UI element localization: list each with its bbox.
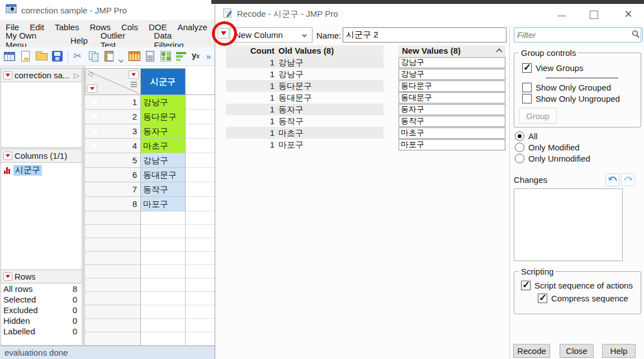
table-row[interactable]: 6동대문구 bbox=[85, 168, 215, 182]
table-row[interactable]: 4마초구 bbox=[85, 139, 215, 153]
new-value-input[interactable] bbox=[399, 69, 505, 80]
menu-item-rows[interactable]: Rows bbox=[89, 22, 111, 32]
radio-only-unmodified[interactable]: Only Unmodified bbox=[515, 154, 590, 163]
recode-row[interactable]: 1강남구 bbox=[226, 56, 505, 68]
new-value-input[interactable] bbox=[399, 81, 505, 92]
checkbox-checked-icon[interactable] bbox=[538, 294, 547, 303]
view-groups-checkbox[interactable]: View Groups bbox=[522, 63, 641, 73]
target-column-dropdown[interactable]: New Column bbox=[230, 27, 312, 42]
menu-item-help[interactable]: Help bbox=[70, 36, 88, 45]
changes-listbox[interactable] bbox=[514, 188, 623, 261]
recode-button[interactable]: Recode bbox=[513, 344, 550, 358]
script-sequence-checkbox[interactable]: Script sequence of actions bbox=[521, 281, 641, 290]
group-button-disabled[interactable]: Group bbox=[519, 108, 557, 124]
count-header[interactable]: Count bbox=[226, 45, 274, 56]
cut-icon[interactable]: ✂ bbox=[72, 50, 85, 63]
new-value-input[interactable] bbox=[399, 57, 505, 68]
bar-graph-icon[interactable] bbox=[175, 50, 188, 63]
compress-sequence-checkbox[interactable]: Compress sequence bbox=[538, 294, 641, 303]
recode-row[interactable]: 1강낭구 bbox=[226, 68, 505, 80]
red-triangle-menu-icon[interactable] bbox=[3, 272, 12, 281]
recode-row[interactable]: 1동대문구 bbox=[226, 92, 505, 103]
recode-red-triangle-menu[interactable] bbox=[217, 28, 229, 39]
recode-row[interactable]: 1마포구 bbox=[226, 139, 505, 150]
checkbox-unchecked-icon[interactable] bbox=[522, 83, 532, 92]
filter-input[interactable] bbox=[514, 29, 631, 41]
redo-button[interactable] bbox=[621, 173, 635, 186]
checkbox-checked-icon[interactable] bbox=[522, 63, 532, 73]
new-value-input[interactable] bbox=[399, 127, 505, 139]
open-file-icon[interactable] bbox=[35, 50, 49, 63]
formula-yx-icon[interactable]: yx bbox=[191, 50, 204, 63]
table-row[interactable]: 8마포구 bbox=[85, 197, 215, 211]
data-table-grid-icon[interactable] bbox=[128, 50, 141, 63]
radio-selected-icon[interactable] bbox=[515, 131, 524, 141]
recode-row[interactable]: 1동자구 bbox=[226, 103, 505, 115]
table-row[interactable]: 2동다문구 bbox=[85, 110, 215, 124]
show-only-grouped-checkbox[interactable]: Show Only Grouped bbox=[522, 83, 641, 92]
new-value-input[interactable] bbox=[399, 139, 505, 150]
panel-divider bbox=[509, 26, 510, 359]
window-layout-icon[interactable] bbox=[159, 50, 173, 63]
menu-item-doe[interactable]: DOE bbox=[149, 22, 167, 32]
toolbar-overflow-chevron-icon[interactable] bbox=[117, 50, 124, 63]
undo-button[interactable] bbox=[605, 173, 619, 186]
columns-red-triangle-icon[interactable] bbox=[129, 70, 139, 79]
close-button[interactable]: × bbox=[621, 7, 636, 21]
menu-bar-row2: My Own Menu Help Outlier Test Data Filte… bbox=[0, 34, 215, 47]
recode-row[interactable]: 1동작구 bbox=[226, 115, 505, 127]
toolbar: ✂ yx » bbox=[0, 47, 215, 66]
new-script-icon[interactable] bbox=[20, 50, 33, 63]
checkbox-checked-icon[interactable] bbox=[521, 281, 531, 290]
help-button[interactable]: Help bbox=[602, 344, 636, 358]
paste-icon[interactable] bbox=[103, 50, 116, 63]
old-values-header[interactable]: Old Values (8) bbox=[274, 45, 334, 56]
rows-red-triangle-icon[interactable] bbox=[87, 84, 97, 93]
radio-unselected-icon[interactable] bbox=[515, 154, 524, 163]
table-row[interactable]: 1강낭구 bbox=[85, 95, 215, 110]
close-dialog-button[interactable]: Close bbox=[560, 344, 594, 358]
rows-stat: Selected0 bbox=[1, 294, 82, 305]
save-icon[interactable] bbox=[51, 50, 64, 63]
window-title: Recode - 시군구 - JMP Pro bbox=[237, 9, 338, 20]
show-only-ungrouped-checkbox[interactable]: Show Only Ungrouped bbox=[522, 94, 641, 103]
table-row[interactable]: 3동자구 bbox=[85, 124, 215, 139]
checkbox-unchecked-icon[interactable] bbox=[522, 94, 532, 103]
copy-icon[interactable] bbox=[87, 50, 101, 63]
new-value-input[interactable] bbox=[399, 92, 505, 103]
table-panel-body bbox=[1, 82, 82, 148]
new-value-input[interactable] bbox=[399, 104, 505, 115]
recode-row[interactable]: 1동다문구 bbox=[226, 80, 505, 92]
menu-item-analyze[interactable]: Analyze bbox=[177, 22, 207, 32]
radio-all[interactable]: All bbox=[515, 131, 590, 141]
new-value-input[interactable] bbox=[399, 116, 505, 127]
grid-empty-rows[interactable] bbox=[85, 211, 215, 346]
radio-unselected-icon[interactable] bbox=[515, 143, 524, 152]
menu-item-tables[interactable]: Tables bbox=[55, 22, 79, 32]
table-row[interactable]: 5강남구 bbox=[85, 153, 215, 168]
display-filter-radios: All Only Modified Only Unmodified bbox=[515, 131, 590, 163]
menu-item-file[interactable]: File bbox=[6, 22, 19, 32]
column-list-item[interactable]: 시군구 bbox=[1, 163, 82, 176]
radio-only-modified[interactable]: Only Modified bbox=[515, 143, 590, 152]
table-panel-header: correction sa... ▷ bbox=[1, 68, 82, 82]
grid-corner-cell[interactable]: ◁ bbox=[85, 68, 141, 95]
recode-row[interactable]: 1마초구 bbox=[226, 127, 505, 139]
name-input[interactable] bbox=[343, 27, 506, 42]
minimize-button[interactable]: — bbox=[555, 8, 569, 21]
grid-column-header[interactable]: 시군구 bbox=[141, 68, 186, 95]
new-data-table-icon[interactable] bbox=[4, 50, 17, 63]
menu-item-edit[interactable]: Edit bbox=[30, 22, 44, 32]
new-values-header[interactable]: New Values (8) bbox=[399, 45, 505, 56]
table-row[interactable]: 7동작구 bbox=[85, 182, 215, 197]
red-triangle-menu-icon[interactable] bbox=[3, 71, 12, 79]
recode-table-header-left: Count Old Values (8) bbox=[226, 45, 383, 56]
column-calculator-icon[interactable] bbox=[144, 50, 157, 63]
maximize-button[interactable] bbox=[590, 11, 598, 19]
menu-item-cols[interactable]: Cols bbox=[121, 22, 138, 32]
column-item-label[interactable]: 시군구 bbox=[13, 165, 42, 176]
collapse-triangle-icon[interactable]: ◁ bbox=[87, 70, 92, 78]
grid-empty-column-header[interactable] bbox=[186, 68, 215, 95]
red-triangle-menu-icon[interactable] bbox=[3, 152, 12, 160]
expand-arrow-icon[interactable]: ▷ bbox=[74, 71, 79, 79]
